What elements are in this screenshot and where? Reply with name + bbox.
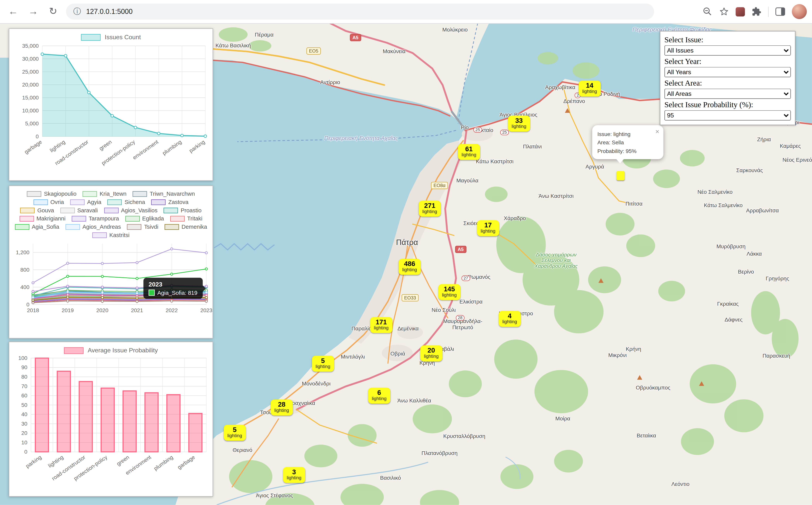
road-badge: 27 [462, 276, 470, 281]
marker-issue-label: lighting [227, 434, 242, 439]
legend-area-label: Skagiopoulio [44, 191, 77, 197]
legend-area-label: Gouva [37, 207, 54, 213]
issue-select-label: Select Issue: [665, 35, 791, 44]
side-panel-icon[interactable] [776, 7, 785, 16]
browser-toolbar: ← → ↻ ⓘ 127.0.0.1:5000 [0, 0, 812, 24]
issue-cluster-marker[interactable]: 5lighting [312, 356, 334, 372]
map-place-label: Λεόντιο [671, 481, 690, 487]
bookmark-star-icon[interactable] [719, 7, 729, 17]
legend-area-label: Ovria [50, 199, 64, 205]
issue-cluster-marker[interactable]: 61lighting [458, 144, 480, 160]
issue-cluster-marker[interactable]: 17lighting [477, 220, 499, 236]
address-bar[interactable]: ⓘ 127.0.0.1:5000 [66, 4, 654, 20]
legend-item[interactable]: Agios_Andreas [66, 223, 121, 230]
legend-item[interactable]: Tsivdi [127, 223, 158, 230]
svg-text:garbage: garbage [23, 139, 43, 155]
legend-item[interactable]: Kastritsi [92, 232, 129, 238]
marker-count: 271 [423, 202, 437, 210]
issues-count-chart[interactable]: 05,00010,00015,00020,00025,00030,00035,0… [9, 41, 213, 173]
svg-text:green: green [98, 139, 113, 151]
legend-item[interactable]: Eglikada [125, 215, 164, 221]
svg-text:30,000: 30,000 [22, 56, 39, 62]
marker-count: 33 [511, 117, 526, 125]
popup-close-button[interactable]: × [655, 127, 659, 137]
legend-swatch [20, 207, 35, 213]
issue-cluster-marker[interactable]: 486lighting [399, 259, 421, 275]
map-place-label: Μονοδένδρι [302, 380, 331, 386]
map-place-label: Πιτίτσα [625, 200, 643, 206]
marker-issue-label: lighting [423, 210, 437, 215]
marker-issue-label: lighting [316, 364, 330, 370]
legend-label: Issues Count [105, 33, 141, 40]
legend-area-label: Agia_Sofia [32, 223, 59, 230]
issues-count-legend[interactable]: Issues Count [9, 29, 213, 40]
legend-item[interactable]: Agios_Vasilios [104, 207, 157, 213]
issue-cluster-marker[interactable]: 14lighting [579, 80, 601, 97]
probability-select[interactable]: 95 [665, 110, 791, 121]
issue-cluster-marker[interactable]: 20lighting [420, 345, 442, 361]
svg-text:40: 40 [21, 411, 27, 417]
legend-item[interactable]: Zastova [151, 199, 189, 205]
legend-item[interactable]: Triwn_Navarchwn [133, 191, 195, 197]
map-place-label: Άνω Καλλιθέα [397, 397, 431, 403]
legend-item[interactable]: Gouva [20, 207, 54, 213]
back-button[interactable]: ← [8, 5, 18, 18]
issue-cluster-marker[interactable]: 171lighting [370, 317, 392, 333]
marker-count: 20 [424, 347, 439, 354]
legend-item[interactable]: Skagiopoulio [27, 191, 77, 197]
profile-avatar[interactable] [792, 4, 807, 19]
legend-item[interactable]: Tarampoura [72, 215, 119, 221]
probability-legend[interactable]: Average Issue Probability [9, 342, 213, 354]
map-place-label: Παρασκευή [763, 352, 790, 359]
issue-cluster-marker[interactable]: 33lighting [508, 116, 530, 132]
probability-chart[interactable]: 0102030405060708090100parkinglightingroa… [9, 354, 213, 491]
legend-item[interactable]: Sichena [108, 199, 145, 205]
svg-text:parking: parking [188, 139, 206, 154]
probability-select-label: Select Issue Probability (%): [665, 101, 791, 109]
extension-icon[interactable] [735, 7, 745, 16]
legend-item[interactable]: Agyia [70, 199, 101, 205]
legend-item[interactable]: Tritaki [170, 215, 203, 221]
legend-swatch [104, 207, 118, 213]
legend-area-label: Kria_Itewn [100, 191, 126, 197]
marker-count: 14 [582, 82, 597, 90]
legend-swatch [70, 199, 85, 205]
legend-item[interactable]: Kria_Itewn [83, 191, 126, 197]
legend-item[interactable]: Demenika [164, 223, 207, 230]
issue-cluster-marker[interactable]: 145lighting [438, 284, 460, 300]
issue-cluster-marker[interactable]: 5lighting [224, 425, 246, 441]
legend-item[interactable]: Makrigianni [19, 215, 66, 221]
url-text[interactable]: 127.0.0.1:5000 [86, 8, 132, 15]
issue-select[interactable]: All Issues [665, 45, 791, 56]
issue-cluster-marker[interactable]: 28lighting [270, 399, 293, 415]
legend-area-label: Agios_Andreas [82, 223, 121, 230]
year-select[interactable]: All Years [665, 67, 791, 77]
marker-count: 6 [372, 389, 386, 397]
issue-cluster-marker[interactable]: 271lighting [419, 201, 441, 217]
marker-issue-label: lighting [374, 326, 388, 331]
issue-cluster-marker[interactable]: 3lighting [283, 467, 305, 483]
issue-cluster-marker[interactable]: 4lighting [499, 311, 520, 327]
forward-button[interactable]: → [28, 5, 38, 18]
marker-count: 145 [442, 286, 457, 293]
legend-item[interactable]: Saravali [60, 207, 98, 213]
svg-text:lighting: lighting [49, 139, 66, 153]
svg-text:2020: 2020 [96, 307, 108, 313]
chart-tooltip: 2023 Agia_Sofia: 819 [143, 278, 203, 299]
selected-area-marker[interactable] [616, 171, 625, 180]
site-info-icon[interactable]: ⓘ [73, 7, 81, 17]
issue-cluster-marker[interactable]: 6lighting [368, 388, 390, 404]
svg-text:0: 0 [35, 134, 39, 140]
extensions-puzzle-icon[interactable] [751, 7, 762, 17]
area-select[interactable]: All Areas [665, 89, 791, 99]
legend-item[interactable]: Agia_Sofia [15, 223, 59, 230]
legend-item[interactable]: Proastio [164, 207, 202, 213]
reload-button[interactable]: ↻ [49, 5, 57, 18]
svg-text:garbage: garbage [177, 454, 196, 470]
legend-item[interactable]: Ovria [33, 199, 64, 205]
zoom-icon[interactable] [703, 7, 712, 17]
issues-count-panel: Issues Count 05,00010,00015,00020,00025,… [9, 28, 213, 181]
legend-swatch [170, 216, 185, 221]
road-badge: ΕΟ33 [401, 294, 419, 301]
map-place-label: Οβρυόκαμπος [636, 384, 670, 391]
